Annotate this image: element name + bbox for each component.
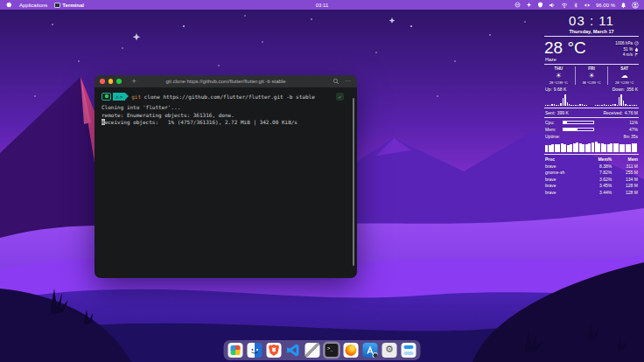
applications-label: Applications <box>19 3 47 8</box>
cpu-stat: Cpu: 11% <box>542 120 640 125</box>
menubar-clock[interactable]: 03:11 <box>316 3 329 8</box>
dock-item-app-store[interactable] <box>363 343 378 358</box>
prompt-caret: > <box>120 94 123 100</box>
network-totals: Sent:399 K Received:4.76 M <box>542 110 640 115</box>
gear-icon: ⚙ <box>382 344 397 355</box>
user-icon[interactable] <box>632 2 639 9</box>
process-row: brave3.62%134 M <box>545 177 638 182</box>
terminal-menu-icon <box>54 3 60 8</box>
up-rate: 9.68 K <box>554 87 566 92</box>
prompt-line: ⌂ > git clone https://github.com/flutter… <box>102 92 350 101</box>
terminal-icon: >_ <box>327 345 333 351</box>
window-title: git clone https://github.com/flutter/flu… <box>165 79 285 84</box>
received-total: 4.76 M <box>625 110 638 115</box>
menu-terminal[interactable]: Terminal <box>54 3 84 8</box>
forecast-day: FRI ☀ 38 °C/39 °C <box>575 66 608 85</box>
eye-icon[interactable] <box>584 2 591 9</box>
terminal-label: Terminal <box>62 3 84 8</box>
dock-item-files[interactable] <box>248 343 262 358</box>
apple-icon <box>5 1 12 9</box>
download-graph <box>595 94 638 106</box>
command-text: git clone https://github.com/flutter/flu… <box>131 94 315 100</box>
forecast-day: THU ☀ 28 °C/39 °C <box>542 66 575 85</box>
terminal-body[interactable]: ⌂ > git clone https://github.com/flutter… <box>94 87 357 278</box>
maximize-button[interactable] <box>116 79 122 84</box>
dock: >_ ⚙ <box>224 340 421 360</box>
widget-clock: 03 : 11 <box>542 13 640 28</box>
sun-icon: ☀ <box>576 71 608 80</box>
close-button[interactable] <box>100 79 105 84</box>
new-tab-button[interactable]: + <box>132 78 136 86</box>
dock-item-text-editor[interactable] <box>305 343 320 358</box>
cpu-history-graph <box>545 141 638 152</box>
sent-total: 399 K <box>557 110 569 115</box>
files-icon <box>248 343 262 358</box>
prompt-path: ⌂ > <box>113 93 125 101</box>
wind-value: 4 m/s <box>623 52 633 57</box>
terminal-titlebar[interactable]: + git clone https://github.com/flutter/f… <box>94 75 357 87</box>
menubar: Applications Terminal 03:11 96.00 % <box>0 0 644 10</box>
apple-menu[interactable] <box>5 1 12 9</box>
shield-icon[interactable] <box>537 2 543 8</box>
mem-stat: Mem: 47% <box>542 127 640 132</box>
mem-bar <box>563 128 594 131</box>
dock-item-terminal-active[interactable]: >_ <box>325 343 340 358</box>
scrollbar[interactable] <box>353 98 354 266</box>
process-table-header: Proc Mem% Mem <box>545 157 638 162</box>
process-row: brave3.44%128 M <box>545 190 638 195</box>
distro-icon <box>102 93 111 101</box>
process-row: brave3.45%128 M <box>545 183 638 188</box>
wifi-icon[interactable] <box>561 2 568 9</box>
forecast: THU ☀ 28 °C/39 °C FRI ☀ 38 °C/39 °C SAT … <box>542 66 640 85</box>
upload-graph <box>545 94 588 106</box>
firefox-icon <box>346 345 357 356</box>
mem-value: 47% <box>629 127 638 132</box>
bluetooth-icon[interactable] <box>573 2 578 9</box>
network-graphs <box>545 94 638 106</box>
droplet-icon <box>634 47 639 52</box>
down-rate: 356 K <box>626 87 638 92</box>
toggle-on-icon <box>404 345 414 349</box>
output-line: Cloning into 'flutter'... <box>102 104 350 112</box>
system-tray: 96.00 % <box>514 2 639 9</box>
minimize-button[interactable] <box>108 79 114 84</box>
dock-item-tweaks[interactable] <box>402 343 416 358</box>
cloud-icon: ☁ <box>608 71 640 80</box>
dock-item-brave[interactable] <box>267 343 282 358</box>
vscode-icon <box>286 343 301 358</box>
launchpad-icon <box>231 345 241 355</box>
dock-item-settings[interactable]: ⚙ <box>382 343 397 358</box>
process-row: brave8.38%311 M <box>545 164 638 169</box>
widget-date: Thursday, March 17 <box>542 29 640 34</box>
volume-icon[interactable] <box>549 2 556 9</box>
output-line: Receiving objects: 1% (4757/361316), 2.7… <box>102 119 350 127</box>
humidity-value: 51 % <box>624 47 633 52</box>
temperature: 28 °C <box>544 38 586 57</box>
brave-icon <box>267 343 282 358</box>
pressure-value: 1006 hPa <box>615 41 633 45</box>
dnd-icon[interactable] <box>514 2 521 8</box>
badge-icon <box>373 352 378 358</box>
network-updown: Up:9.68 K Down:356 K <box>542 87 640 92</box>
gauge-icon <box>634 41 639 45</box>
home-icon: ⌂ <box>116 94 119 100</box>
window-menu-icon[interactable]: ⋯ <box>345 78 352 85</box>
terminal-window: + git clone https://github.com/flutter/f… <box>94 75 357 278</box>
exit-status-badge: ✓ <box>336 93 344 101</box>
output-line: remote: Enumerating objects: 361316, don… <box>102 112 350 120</box>
menu-applications[interactable]: Applications <box>19 3 47 8</box>
battery-percentage[interactable]: 96.00 % <box>596 3 615 8</box>
command-git: git <box>131 94 141 100</box>
wind-flag-icon <box>634 52 639 57</box>
search-icon[interactable] <box>332 78 340 85</box>
uptime-value: 8m 35s <box>624 134 638 139</box>
cpu-value: 11% <box>629 120 638 125</box>
cpu-bar <box>563 121 594 124</box>
uptime-stat: Uptime: 8m 35s <box>542 134 640 139</box>
sparkle-icon[interactable] <box>526 2 532 8</box>
bell-icon[interactable] <box>620 2 626 9</box>
weather-condition: Haze <box>545 57 640 62</box>
dock-item-vscode[interactable] <box>286 343 301 358</box>
dock-item-firefox[interactable] <box>344 343 359 358</box>
dock-item-launchpad[interactable] <box>228 343 243 358</box>
